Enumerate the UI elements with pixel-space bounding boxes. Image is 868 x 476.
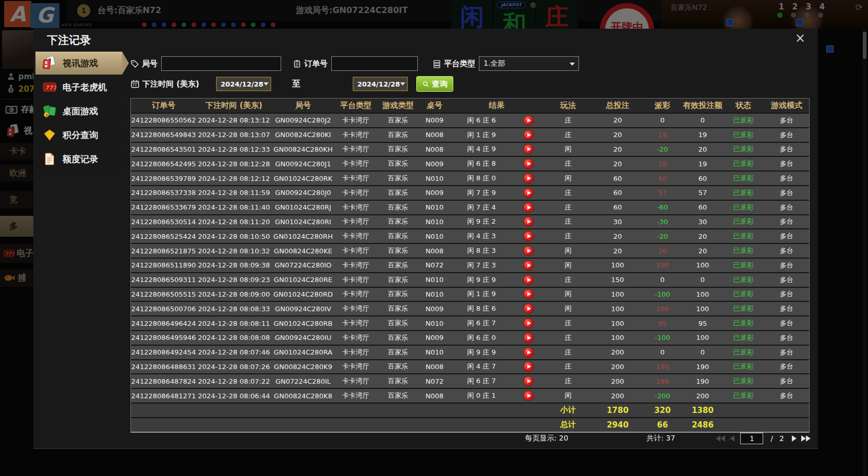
date-from-select[interactable]: 2024/12/28	[216, 77, 271, 91]
play-icon	[527, 292, 531, 296]
result-text: 闲 8 庄 0	[456, 174, 507, 183]
status-badge: 已派彩	[722, 144, 764, 154]
replay-button[interactable]	[523, 158, 534, 169]
play-type-cell: 闲	[543, 246, 593, 255]
play-type-cell: 庄	[543, 376, 593, 386]
menu-item-video-games[interactable]: 9 K♥ 视讯游戏	[35, 52, 122, 75]
date-range-to-label: 至	[292, 79, 300, 90]
replay-button[interactable]	[523, 289, 534, 299]
replay-button[interactable]	[523, 173, 534, 184]
subtotal-valid-bet: 1380	[683, 406, 722, 415]
replay-button[interactable]	[523, 202, 534, 213]
replay-button[interactable]	[523, 188, 534, 198]
game-type-cell: 百家乐	[377, 275, 419, 285]
prev-page-button[interactable]	[730, 435, 734, 442]
total-bet-cell: 100	[593, 320, 642, 327]
bet-time-cell: 2024-12-28 08:10:32	[196, 247, 272, 255]
status-badge: 已派彩	[722, 130, 764, 140]
valid-bet-cell: 20	[683, 247, 722, 255]
page-number-input[interactable]	[740, 433, 763, 444]
table-row: 241228086487824 2024-12-28 08:07:22 GN07…	[131, 373, 809, 388]
platform-cell: 卡卡湾厅	[334, 333, 377, 343]
round-id-cell: GN01024C280RJ	[272, 203, 334, 211]
result-cell: 闲 7 庄 9	[450, 188, 543, 198]
replay-button[interactable]	[523, 318, 534, 328]
platform-selected-value: 1.全部	[484, 59, 505, 68]
status-badge: 已派彩	[722, 159, 764, 168]
table-no-cell: N008	[419, 247, 450, 255]
payout-cell: 0	[642, 116, 683, 124]
game-type-cell: 百家乐	[377, 391, 419, 400]
replay-button[interactable]	[523, 216, 534, 227]
next-page-button[interactable]	[792, 435, 797, 442]
menu-item-table-games[interactable]: $ 桌面游戏	[35, 100, 122, 123]
game-mode-cell: 多台	[764, 144, 809, 154]
order-id-cell: 241228086530514	[131, 218, 196, 226]
platform-cell: 卡卡湾厅	[334, 130, 377, 140]
payout-cell: 190	[642, 363, 683, 371]
table-no-cell: N010	[419, 203, 450, 211]
order-id-cell: 241228086481271	[131, 392, 196, 400]
result-cell: 闲 7 庄 4	[450, 202, 543, 213]
replay-button[interactable]	[523, 115, 534, 126]
game-mode-cell: 多台	[764, 174, 809, 183]
first-page-button[interactable]	[716, 435, 725, 442]
last-page-button[interactable]	[801, 435, 811, 442]
round-number-input[interactable]	[161, 56, 281, 71]
total-bet-cell: 150	[593, 276, 642, 284]
replay-button[interactable]	[523, 303, 534, 314]
platform-type-select[interactable]: 1.全部	[479, 56, 579, 71]
status-badge: 已派彩	[722, 261, 764, 270]
order-id-cell: 241228086495946	[131, 334, 196, 341]
subtotal-total-bet: 1780	[593, 406, 642, 415]
replay-button[interactable]	[523, 246, 534, 256]
replay-button[interactable]	[523, 347, 534, 358]
play-type-cell: 闲	[543, 304, 593, 313]
play-icon	[527, 394, 531, 398]
result-cell: 闲 9 庄 2	[450, 216, 543, 227]
order-id-cell: 241228086550562	[131, 116, 196, 124]
payout-cell: 60	[642, 175, 683, 182]
replay-button[interactable]	[523, 275, 534, 285]
calendar-icon	[130, 79, 140, 89]
play-type-cell: 庄	[543, 188, 593, 198]
replay-button[interactable]	[523, 390, 534, 401]
order-number-input[interactable]	[331, 56, 418, 71]
close-icon[interactable]: ×	[795, 32, 805, 44]
play-icon	[527, 307, 531, 311]
payout-cell: 0	[642, 348, 683, 356]
game-mode-cell: 多台	[764, 289, 809, 299]
menu-item-slots[interactable]: 777 电子老虎机	[35, 76, 122, 99]
replay-button[interactable]	[523, 260, 534, 271]
status-badge: 已派彩	[722, 246, 764, 255]
replay-button[interactable]	[523, 231, 534, 241]
table-games-icon: $	[42, 104, 57, 118]
game-type-cell: 百家乐	[377, 376, 419, 386]
date-to-select[interactable]: 2024/12/28	[353, 77, 408, 91]
table-no-cell: N008	[419, 145, 450, 153]
play-icon	[527, 176, 531, 180]
result-cell: 闲 6 庄 7	[450, 318, 543, 328]
grand-total-label: 总计	[543, 420, 593, 430]
chevron-down-icon	[570, 63, 575, 66]
bet-time-cell: 2024-12-28 08:11:40	[196, 203, 272, 211]
replay-button[interactable]	[523, 361, 534, 372]
result-text: 闲 4 庄 7	[456, 362, 507, 371]
replay-button[interactable]	[523, 376, 534, 386]
replay-button[interactable]	[523, 144, 534, 154]
total-bet-cell: 20	[593, 247, 642, 255]
status-badge: 已派彩	[722, 391, 764, 400]
status-badge: 已派彩	[722, 203, 764, 212]
menu-item-credit-record[interactable]: 额度记录	[35, 148, 122, 170]
round-id-cell: GN01024C280RB	[272, 320, 334, 327]
table-row: 241228086492454 2024-12-28 08:07:46 GN01…	[131, 345, 809, 359]
valid-bet-cell: 200	[683, 392, 722, 400]
platform-cell: 卡卡湾厅	[334, 231, 377, 241]
replay-button[interactable]	[523, 130, 534, 140]
search-button[interactable]: 查询	[416, 76, 453, 92]
game-type-cell: 百家乐	[377, 289, 419, 299]
menu-item-points-query[interactable]: 积分查询	[35, 124, 122, 147]
order-id-cell: 241228086488631	[131, 363, 196, 371]
replay-button[interactable]	[523, 333, 534, 343]
table-row: 241228086533679 2024-12-28 08:11:40 GN01…	[131, 200, 809, 214]
